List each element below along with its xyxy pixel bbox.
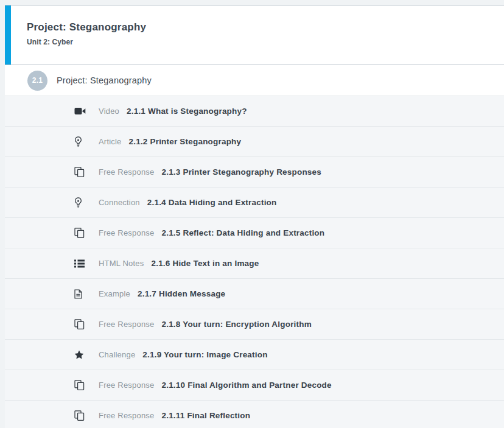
lightbulb-icon — [74, 136, 86, 147]
module-title: Project: Steganography — [27, 5, 504, 33]
list-icon — [74, 258, 86, 269]
item-type-label: Challenge — [99, 350, 135, 359]
section-badge: 2.1 — [27, 71, 47, 91]
lesson-row[interactable]: HTML Notes 2.1.6 Hide Text in an Image — [5, 248, 504, 278]
star-icon — [74, 349, 86, 360]
lesson-title: 2.1.10 Final Algorithm and Partner Decod… — [161, 381, 331, 390]
lesson-title: 2.1.4 Data Hiding and Extraction — [147, 198, 277, 207]
module-subtitle: Unit 2: Cyber — [27, 38, 504, 46]
lesson-row[interactable]: Connection 2.1.4 Data Hiding and Extract… — [5, 187, 504, 217]
lesson-row[interactable]: Free Response 2.1.11 Final Reflection — [5, 400, 504, 428]
lesson-title: 2.1.1 What is Steganography? — [127, 107, 247, 116]
copy-icon — [74, 167, 86, 178]
copy-icon — [74, 410, 86, 421]
lesson-title: 2.1.7 Hidden Message — [138, 289, 225, 298]
lesson-title: 2.1.3 Printer Steganography Responses — [161, 167, 321, 177]
lesson-row[interactable]: Example 2.1.7 Hidden Message — [5, 278, 504, 309]
lesson-title: 2.1.11 Final Reflection — [161, 411, 250, 420]
lesson-row[interactable]: Challenge 2.1.9 Your turn: Image Creatio… — [5, 339, 504, 370]
lesson-row[interactable]: Free Response 2.1.5 Reflect: Data Hiding… — [5, 217, 504, 248]
item-type-label: Free Response — [99, 167, 154, 177]
item-type-label: Free Response — [99, 228, 154, 237]
item-type-label: Connection — [99, 198, 140, 207]
accent-bar — [5, 5, 11, 65]
section-title: Project: Steganography — [57, 75, 152, 85]
copy-icon — [74, 380, 86, 391]
lesson-title: 2.1.2 Printer Steganography — [129, 137, 242, 146]
item-type-label: HTML Notes — [99, 259, 144, 268]
item-type-label: Free Response — [99, 381, 154, 390]
lesson-title: 2.1.6 Hide Text in an Image — [151, 259, 259, 268]
item-type-label: Video — [99, 107, 119, 116]
module-header: Project: Steganography Unit 2: Cyber — [5, 5, 504, 65]
document-icon — [74, 289, 86, 300]
lesson-list: Video 2.1.1 What is Steganography? Artic… — [5, 96, 504, 428]
lesson-row[interactable]: Video 2.1.1 What is Steganography? — [5, 96, 504, 126]
lesson-row[interactable]: Free Response 2.1.8 Your turn: Encryptio… — [5, 309, 504, 339]
lesson-row[interactable]: Free Response 2.1.3 Printer Steganograph… — [5, 156, 504, 187]
item-type-label: Article — [99, 137, 122, 146]
lesson-module-panel: Project: Steganography Unit 2: Cyber 2.1… — [5, 5, 504, 428]
copy-icon — [74, 228, 86, 239]
item-type-label: Example — [99, 289, 130, 298]
lesson-title: 2.1.8 Your turn: Encryption Algorithm — [161, 320, 311, 329]
section-row[interactable]: 2.1 Project: Steganography — [5, 65, 504, 96]
lightbulb-icon — [74, 197, 86, 208]
lesson-row[interactable]: Free Response 2.1.10 Final Algorithm and… — [5, 370, 504, 400]
lesson-row[interactable]: Article 2.1.2 Printer Steganography — [5, 126, 504, 156]
item-type-label: Free Response — [99, 320, 154, 329]
copy-icon — [74, 319, 86, 330]
video-icon — [74, 106, 86, 117]
lesson-title: 2.1.9 Your turn: Image Creation — [142, 350, 267, 359]
lesson-title: 2.1.5 Reflect: Data Hiding and Extractio… — [161, 228, 324, 237]
item-type-label: Free Response — [99, 411, 154, 420]
